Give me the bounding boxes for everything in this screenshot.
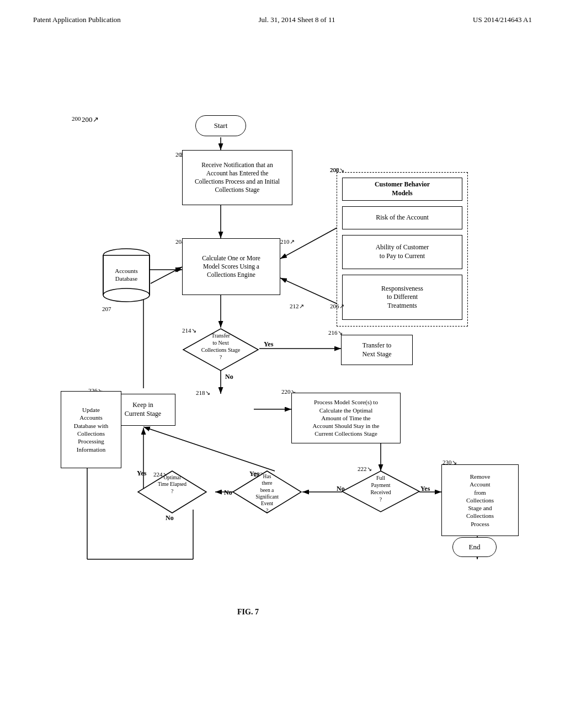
start-node: Start: [195, 115, 246, 136]
flow-arrows: [0, 30, 565, 692]
yes-label-214: Yes: [264, 340, 273, 349]
node-230: Remove Account from Collections Stage an…: [441, 464, 519, 536]
accounts-db-label: Accounts Database: [102, 267, 151, 283]
svg-line-14: [143, 427, 275, 471]
diamond-222-label: FullPaymentReceived?: [342, 474, 419, 503]
svg-line-5: [280, 278, 341, 306]
fig-label: FIG. 7: [237, 608, 259, 617]
header-left: Patent Application Publication: [33, 15, 121, 24]
node-220: Process Model Score(s) to Calculate the …: [291, 393, 401, 443]
yes-label-224: Yes: [137, 469, 146, 478]
customer-behavior-header: Customer Behavior Models: [342, 178, 462, 201]
header-center: Jul. 31, 2014 Sheet 8 of 11: [259, 15, 335, 24]
ref-210: 210↗: [280, 238, 295, 245]
svg-point-26: [103, 288, 150, 302]
no-label-222: No: [337, 485, 345, 493]
diagram-area: 200 200↗ Start 202 202↘ Receive Notifica…: [0, 30, 565, 692]
ref-216: 216↘: [328, 329, 343, 336]
header-right: US 2014/214643 A1: [473, 15, 532, 24]
node-216: Transfer to Next Stage: [341, 335, 413, 365]
ref-200: 200: [72, 115, 81, 122]
no-label-224: No: [166, 514, 174, 522]
diamond-223-label: Hastherebeen aSignificantEvent?: [233, 473, 301, 514]
node-204: Calculate One or More Model Scores Using…: [182, 238, 280, 295]
risk-account-box: Risk of the Account: [342, 206, 462, 229]
yes-label-223: Yes: [249, 470, 259, 478]
no-label-214: No: [225, 373, 233, 381]
ref-212: 212↗: [290, 303, 304, 310]
no-label-223: No: [224, 489, 232, 497]
page-header: Patent Application Publication Jul. 31, …: [0, 0, 565, 24]
node-226: Update Accounts Database with Collection…: [61, 391, 121, 468]
svg-line-3: [151, 267, 182, 283]
ref-218: 218↘: [196, 389, 210, 397]
accounts-db-cylinder: Accounts Database: [102, 248, 151, 303]
diamond-224-label: OptimalTime Elapsed?: [138, 474, 206, 495]
page: Patent Application Publication Jul. 31, …: [0, 0, 565, 728]
responsiveness-box: Responsiveness to Different Treatments: [342, 275, 462, 320]
ability-customer-box: Ability of Customer to Pay to Current: [342, 235, 462, 269]
ref-206: 206↗: [330, 303, 344, 310]
node-202: Receive Notification that an Account has…: [182, 150, 292, 205]
yes-label-222: Yes: [420, 485, 430, 493]
end-node: End: [452, 537, 497, 557]
ref-200-arrow: 200↗: [82, 115, 99, 124]
diamond-214-label: Transferto NextCollections Stage?: [183, 332, 258, 361]
ref-207: 207: [102, 306, 111, 312]
